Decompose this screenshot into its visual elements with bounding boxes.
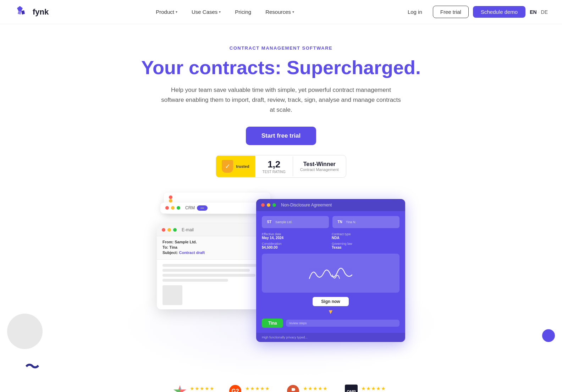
party2-name: Tina N.: [346, 220, 356, 224]
logo-text: fynk: [33, 7, 49, 17]
svg-text:OMR: OMR: [347, 390, 356, 392]
email-subject: Subject: Contract draft: [162, 250, 272, 255]
trust-shield-icon: ✓: [222, 160, 233, 173]
nda-titlebar: Non-Disclosure Agreement: [256, 199, 405, 211]
decorative-circle-left: [7, 314, 43, 349]
hero-section: CONTRACT MANAGEMENT SOFTWARE Your contra…: [0, 24, 562, 185]
nda-window: Non-Disclosure Agreement ST Sample Ltd. …: [256, 199, 405, 342]
rating-capterra: ★★★★★ RATED 5 / 5: [173, 385, 215, 392]
party1: ST Sample Ltd.: [262, 216, 329, 228]
trusted-label: trusted: [236, 164, 249, 169]
g2-stars: ★★★★★: [245, 386, 272, 391]
party2-avatar: TN: [336, 218, 344, 226]
email-line: [162, 264, 261, 267]
login-button[interactable]: Log in: [401, 6, 429, 18]
nda-content: ST Sample Ltd. TN Tina N. Effective date…: [256, 211, 405, 333]
chevron-down-icon: ▾: [292, 10, 294, 14]
nda-parties: ST Sample Ltd. TN Tina N.: [262, 216, 400, 228]
capterra-stars: ★★★★★: [190, 386, 215, 391]
logo-icon: [14, 5, 29, 20]
ratings-section: ★★★★★ RATED 5 / 5 G2 ★★★★★ RATED 4.9 / 5…: [0, 377, 562, 392]
screenshots-section: My files CRM — + E-mail: [0, 199, 562, 377]
signature-svg: [302, 261, 359, 286]
party1-name: Sample Ltd.: [275, 220, 292, 224]
consideration-field: Consideration $4,500.00: [262, 242, 330, 249]
rating-producthunt: ★★★★★ RATED 4.9 / 5: [287, 385, 330, 392]
tina-button[interactable]: Tina: [262, 319, 283, 328]
expand-dot: [173, 228, 177, 232]
expand-dot: [272, 203, 276, 207]
svg-marker-1: [180, 385, 181, 390]
trust-score: 1,2 TEST RATING: [255, 155, 293, 177]
email-to: To: Tina: [162, 245, 272, 249]
tina-bar: Tina review steps: [262, 319, 400, 328]
email-attachment-placeholder: [162, 285, 182, 305]
nav-right: Log in Free trial Schedule demo EN · DE: [401, 6, 548, 18]
decorative-circle-right: [542, 329, 555, 342]
nda-window-title: Non-Disclosure Agreement: [281, 203, 332, 208]
party1-avatar: ST: [265, 218, 273, 226]
language-switcher: EN · DE: [530, 9, 548, 15]
nav-pricing[interactable]: Pricing: [229, 6, 257, 18]
producthunt-stars: ★★★★★: [303, 386, 330, 391]
contract-type-field: Contract type NDA: [332, 232, 400, 240]
schedule-demo-button[interactable]: Schedule demo: [473, 6, 525, 18]
effective-date-field: Effective date May 14, 2024: [262, 232, 330, 240]
minimize-dot: [267, 203, 270, 207]
nav-product[interactable]: Product ▾: [150, 6, 183, 18]
chevron-down-icon: ▾: [176, 10, 177, 14]
sign-now-container: Sign now: [262, 297, 400, 306]
sign-steps: review steps: [286, 320, 400, 327]
nav-use-cases[interactable]: Use Cases ▾: [186, 6, 226, 18]
decorative-squiggle: 〜: [24, 359, 39, 374]
logo[interactable]: fynk: [14, 5, 49, 20]
g2-logo: G2: [229, 385, 242, 392]
omr-logo: OMR: [345, 385, 358, 392]
free-trial-button[interactable]: Free trial: [433, 6, 469, 18]
nav-links: Product ▾ Use Cases ▾ Pricing Resources …: [150, 6, 300, 18]
nda-fields: Effective date May 14, 2024 Contract typ…: [262, 232, 400, 249]
chevron-down-icon: ▾: [219, 10, 221, 14]
capterra-logo: [173, 385, 186, 392]
hero-title: Your contracts: Supercharged.: [7, 57, 555, 78]
svg-text:G2: G2: [232, 388, 239, 392]
sign-now-button[interactable]: Sign now: [313, 297, 348, 306]
omr-stars: ★★★★★: [361, 386, 389, 391]
sign-arrow: ▼: [262, 308, 400, 316]
screenshot-right: Non-Disclosure Agreement ST Sample Ltd. …: [256, 199, 405, 342]
close-dot: [261, 203, 265, 207]
svg-marker-2: [173, 390, 180, 392]
rating-omr: OMR ★★★★★ RATED 4.9 / 5: [345, 385, 389, 392]
email-line: [162, 274, 255, 277]
trust-winner: Test-Winner Contract Management: [293, 158, 346, 175]
governing-law-field: Governing law Texas: [332, 242, 400, 249]
email-window-title: E-mail: [182, 227, 194, 232]
email-line: [162, 279, 228, 282]
producthunt-logo: [287, 385, 299, 392]
lang-de[interactable]: DE: [541, 9, 548, 15]
hero-tag: CONTRACT MANAGEMENT SOFTWARE: [7, 45, 555, 51]
rating-g2: G2 ★★★★★ RATED 4.9 / 5: [229, 385, 272, 392]
nav-resources[interactable]: Resources ▾: [260, 6, 300, 18]
email-line: [162, 269, 250, 272]
nda-footer: High functionally privacy typed...: [256, 333, 405, 342]
signature-area: [262, 254, 400, 293]
close-dot: [162, 228, 165, 232]
navbar: fynk Product ▾ Use Cases ▾ Pricing Resou…: [0, 0, 562, 24]
start-free-trial-button[interactable]: Start free trial: [246, 127, 316, 145]
crm-pill: —: [197, 205, 208, 211]
lang-en[interactable]: EN: [530, 9, 536, 15]
party2: TN Tina N.: [332, 216, 400, 228]
trust-badge: ✓ trusted 1,2 TEST RATING Test-Winner Co…: [216, 155, 346, 178]
hero-description: Help your team save valuable time with s…: [160, 85, 402, 115]
trust-badge-left: ✓ trusted: [216, 156, 255, 177]
email-from: From: Sample Ltd.: [162, 240, 272, 244]
minimize-dot: [167, 228, 171, 232]
